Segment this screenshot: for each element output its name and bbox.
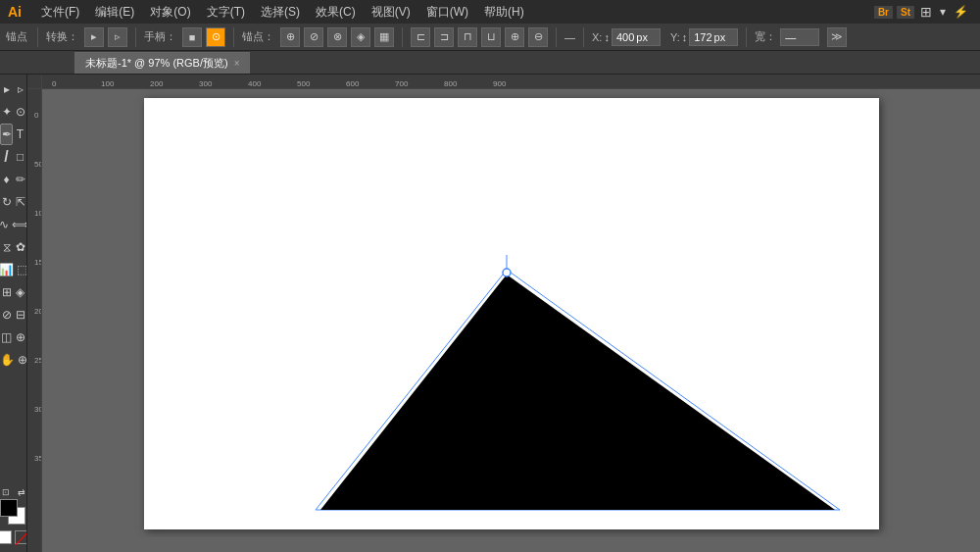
path-btn3[interactable]: ⊓ bbox=[458, 27, 477, 47]
y-value[interactable]: 172 px bbox=[689, 28, 738, 46]
magic-wand-tool-btn[interactable]: ✦ bbox=[0, 101, 13, 123]
sep6 bbox=[583, 27, 584, 47]
pen-tool-btn[interactable]: ✒ bbox=[0, 124, 13, 145]
warp-tool-btn[interactable]: ∿ bbox=[0, 214, 10, 235]
options-toolbar: 锚点 转换： ▸ ▹ 手柄： ■ ⊙ 锚点： ⊕ ⊘ ⊗ ◈ ▦ ⊏ ⊐ ⊓ ⊔… bbox=[0, 24, 980, 51]
horizontal-ruler: 0 100 200 300 400 500 600 700 800 900 bbox=[42, 75, 980, 89]
y-unit: px bbox=[714, 31, 726, 43]
fill-box[interactable] bbox=[0, 530, 12, 544]
width-tool-btn[interactable]: ⟺ bbox=[11, 214, 28, 235]
eyedropper-tool-btn[interactable]: ⊘ bbox=[0, 304, 13, 326]
path-btn1[interactable]: ⊏ bbox=[411, 27, 430, 47]
svg-text:700: 700 bbox=[395, 79, 409, 88]
direct-select-btn[interactable]: ▹ bbox=[108, 27, 127, 47]
stock-icon[interactable]: St bbox=[897, 6, 914, 19]
bridge-icon[interactable]: Br bbox=[874, 6, 893, 19]
width-label: 宽： bbox=[755, 29, 776, 44]
menu-object[interactable]: 对象(O) bbox=[142, 2, 198, 23]
anchor-label: 锚点 bbox=[6, 29, 27, 44]
tool-row-9: 📊 ⬚ bbox=[0, 259, 26, 280]
swap-colors-icon[interactable]: ⇄ bbox=[18, 487, 25, 497]
menu-file[interactable]: 文件(F) bbox=[33, 2, 87, 23]
path-btn2[interactable]: ⊐ bbox=[434, 27, 454, 47]
svg-text:0: 0 bbox=[34, 111, 39, 120]
handle-btn1[interactable]: ■ bbox=[182, 27, 202, 47]
measure-tool-btn[interactable]: ⊟ bbox=[14, 304, 26, 326]
slice-tool-btn[interactable]: ⊞ bbox=[0, 281, 13, 303]
color-swatches-area: ⊡ ⇄ bbox=[0, 483, 27, 548]
menu-select[interactable]: 选择(S) bbox=[253, 2, 308, 23]
tab-close-btn[interactable]: × bbox=[234, 58, 240, 69]
apex-anchor[interactable] bbox=[503, 269, 511, 276]
search-icon[interactable]: ⚡ bbox=[952, 3, 970, 21]
rotate-tool-btn[interactable]: ↻ bbox=[0, 191, 13, 213]
menu-edit[interactable]: 编辑(E) bbox=[87, 2, 142, 23]
width-value[interactable]: — bbox=[780, 28, 819, 46]
anchor-btn1[interactable]: ⊕ bbox=[280, 27, 300, 47]
menu-window[interactable]: 窗口(W) bbox=[418, 2, 476, 23]
line-tool-btn[interactable]: / bbox=[0, 146, 13, 168]
foreground-color-swatch[interactable] bbox=[0, 499, 18, 517]
rect-tool-btn[interactable]: □ bbox=[14, 146, 26, 168]
tool-row-13: ✋ ⊕ bbox=[0, 349, 26, 371]
path-btn6[interactable]: ⊖ bbox=[528, 27, 548, 47]
artboard-tool-btn[interactable]: ⬚ bbox=[16, 259, 27, 280]
menu-effect[interactable]: 效果(C) bbox=[308, 2, 364, 23]
tool-row-5: ♦ ✏ bbox=[0, 169, 26, 190]
canvas-content[interactable] bbox=[42, 89, 980, 537]
svg-text:200: 200 bbox=[34, 307, 42, 316]
sep5 bbox=[556, 27, 557, 47]
canvas-area[interactable]: 0 100 200 300 400 500 600 700 800 900 bbox=[27, 75, 980, 552]
symbol-tool-btn[interactable]: ✿ bbox=[14, 236, 26, 258]
svg-text:500: 500 bbox=[297, 79, 311, 88]
hand-tool-btn[interactable]: ✋ bbox=[0, 349, 16, 371]
direct-select-tool-btn[interactable]: ▹ bbox=[14, 78, 26, 100]
blend-tool-btn[interactable]: ⧖ bbox=[0, 236, 13, 258]
triangle-shape[interactable] bbox=[320, 275, 835, 510]
x-value[interactable]: 400 px bbox=[612, 28, 661, 46]
reset-colors-icon[interactable]: ⊡ bbox=[2, 487, 10, 497]
anchor-btn5[interactable]: ▦ bbox=[374, 27, 394, 47]
selection-tool-btn[interactable]: ▸ bbox=[84, 27, 104, 47]
sep7 bbox=[746, 27, 747, 47]
x-unit: px bbox=[636, 31, 648, 43]
tool-row-2: ✦ ⊙ bbox=[0, 101, 26, 123]
y-arrow-icon: ↕ bbox=[682, 31, 688, 43]
menu-type[interactable]: 文字(T) bbox=[199, 2, 253, 23]
grid-icon[interactable]: ⊞ bbox=[918, 2, 934, 22]
more-options-btn[interactable]: ≫ bbox=[827, 27, 847, 47]
tool-row-1: ▸ ▹ bbox=[0, 78, 26, 100]
zoom2-tool-btn[interactable]: ⊕ bbox=[17, 349, 28, 371]
column-graph-tool-btn[interactable]: 📊 bbox=[0, 259, 15, 280]
lasso-tool-btn[interactable]: ⊙ bbox=[14, 101, 26, 123]
svg-text:300: 300 bbox=[199, 79, 213, 88]
x-coord-group: X: ↕ 400 px bbox=[592, 28, 661, 46]
anchor-btn3[interactable]: ⊗ bbox=[327, 27, 347, 47]
artboard[interactable] bbox=[144, 98, 879, 529]
path-btn4[interactable]: ⊔ bbox=[481, 27, 501, 47]
brush-tool-btn[interactable]: ♦ bbox=[0, 169, 13, 190]
svg-text:300: 300 bbox=[34, 405, 42, 414]
ruler-h-marks: 0 100 200 300 400 500 600 700 800 900 bbox=[42, 75, 980, 89]
menu-view[interactable]: 视图(V) bbox=[364, 2, 418, 23]
svg-text:200: 200 bbox=[150, 79, 164, 88]
menu-help[interactable]: 帮助(H) bbox=[476, 2, 532, 23]
scale-tool-btn[interactable]: ⇱ bbox=[14, 191, 26, 213]
anchor-btn2[interactable]: ⊘ bbox=[304, 27, 323, 47]
eraser-tool-btn[interactable]: ◈ bbox=[14, 281, 26, 303]
pencil-tool-btn[interactable]: ✏ bbox=[14, 169, 26, 190]
stroke-box[interactable] bbox=[15, 530, 27, 544]
path-btn5[interactable]: ⊕ bbox=[505, 27, 524, 47]
handle-btn2[interactable]: ⊙ bbox=[206, 27, 225, 47]
tool-row-7: ∿ ⟺ bbox=[0, 214, 26, 235]
tool-row-12: ◫ ⊕ bbox=[0, 326, 26, 348]
svg-text:900: 900 bbox=[493, 79, 507, 88]
gradient-tool-btn[interactable]: ◫ bbox=[0, 326, 13, 348]
zoom-tool-btn[interactable]: ⊕ bbox=[14, 326, 26, 348]
document-tab[interactable]: 未标题-1* @ 97% (RGB/预览) × bbox=[74, 52, 250, 74]
anchor-btn4[interactable]: ◈ bbox=[351, 27, 370, 47]
arrange-icon[interactable]: ▾ bbox=[938, 3, 948, 21]
tool-row-10: ⊞ ◈ bbox=[0, 281, 26, 303]
text-tool-btn[interactable]: T bbox=[14, 124, 26, 145]
select-tool-btn[interactable]: ▸ bbox=[0, 78, 13, 100]
